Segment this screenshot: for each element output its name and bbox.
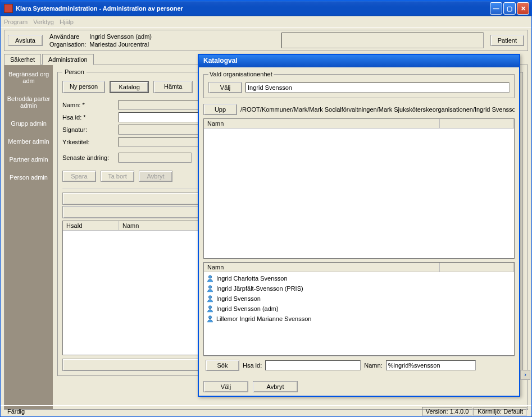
hsaid-label: Hsa id: * — [62, 114, 119, 121]
result-name: Lillemor Ingrid Marianne Svensson — [216, 315, 311, 322]
senaste-input[interactable] — [119, 153, 192, 163]
result-row[interactable]: Ingrid Svensson (adm) — [206, 304, 512, 314]
katalogval-dialog: Katalogval Vald organisationenhet Välj U… — [198, 54, 520, 397]
svg-point-3 — [208, 306, 211, 309]
vald-org-input[interactable] — [245, 83, 510, 93]
result-name: Ingrid Järpfält-Svensson (PRIS) — [216, 285, 303, 292]
sidebar-item-betrodda[interactable]: Betrodda parter admin — [4, 90, 53, 114]
dialog-valj-button[interactable]: Välj — [203, 381, 248, 392]
result-list[interactable]: Namn Ingrid Charlotta SvenssonIngrid Jär… — [203, 262, 515, 356]
sidebar-item-grupp[interactable]: Grupp admin — [4, 114, 53, 132]
dialog-avbryt-button[interactable]: Avbryt — [253, 381, 298, 392]
svg-point-0 — [208, 276, 211, 278]
result-name: Ingrid Svensson (adm) — [216, 305, 279, 312]
person-icon — [206, 285, 214, 292]
signatur-label: Signatur: — [62, 126, 119, 133]
result-row[interactable]: Lillemor Ingrid Marianne Svensson — [206, 314, 512, 324]
search-hsaid-label: Hsa id: — [243, 362, 262, 369]
sidebar-item-begransad[interactable]: Begränsad org adm — [4, 65, 53, 90]
patient-button[interactable]: Patient — [490, 35, 524, 46]
svg-point-1 — [208, 286, 211, 288]
person-icon — [206, 315, 214, 323]
vald-org-legend: Vald organisationenhet — [208, 71, 274, 77]
organisation-value: Mariestad Jourcentral — [89, 41, 152, 48]
result-name: Ingrid Svensson — [216, 295, 261, 302]
dialog-title: Katalogval — [199, 55, 519, 67]
result-row[interactable]: Ingrid Järpfält-Svensson (PRIS) — [206, 283, 512, 294]
tab-sakerhet[interactable]: Säkerhet — [4, 54, 41, 65]
sidebar-item-partner[interactable]: Partner admin — [4, 150, 53, 168]
app-icon — [4, 4, 13, 13]
titlebar: Klara Systemadministration - Administrat… — [1, 1, 531, 16]
result-col-namn[interactable]: Namn — [204, 263, 440, 272]
anvandare-label: Användare — [49, 33, 86, 40]
spara-button[interactable]: Spara — [62, 171, 96, 182]
yrkestitel-input[interactable] — [119, 137, 208, 147]
svg-point-2 — [208, 296, 211, 299]
hamta-button[interactable]: Hämta — [153, 81, 193, 93]
statusbar: Färdig Version: 1.4.0.0 Körmiljö: Defaul… — [1, 405, 531, 416]
result-row[interactable]: Ingrid Svensson — [206, 294, 512, 304]
upp-button[interactable]: Upp — [203, 104, 237, 115]
col-hsaid[interactable]: HsaId — [63, 221, 119, 230]
ny-person-button[interactable]: Ny person — [62, 81, 105, 93]
orglist-col-empty — [440, 119, 514, 128]
anvandare-value: Ingrid Svensson (adm) — [89, 33, 152, 40]
menu-hjalp[interactable]: Hjälp — [60, 19, 74, 25]
person-icon — [206, 305, 214, 313]
valj-org-button[interactable]: Välj — [208, 82, 242, 93]
katalog-button[interactable]: Katalog — [110, 81, 149, 93]
organisation-label: Organisation: — [49, 41, 86, 48]
person-icon — [206, 295, 214, 303]
signatur-input[interactable] — [119, 125, 208, 135]
menu-verktyg[interactable]: Verktyg — [33, 19, 54, 25]
tabort-button[interactable]: Ta bort — [101, 171, 134, 182]
window-title: Klara Systemadministration - Administrat… — [16, 5, 183, 12]
search-row: Sök Hsa id: Namn: — [203, 356, 515, 374]
result-col-empty — [440, 263, 514, 272]
patient-display — [281, 33, 484, 48]
search-namn-input[interactable] — [386, 360, 476, 370]
sok-button[interactable]: Sök — [206, 360, 239, 371]
result-name: Ingrid Charlotta Svensson — [216, 275, 288, 282]
menu-program[interactable]: Program — [4, 19, 28, 25]
minimize-button[interactable]: — — [490, 2, 502, 15]
orglist-col-namn[interactable]: Namn — [204, 119, 440, 128]
menubar: Program Verktyg Hjälp — [1, 16, 531, 28]
tab-administration[interactable]: Administration — [42, 54, 94, 65]
close-button[interactable]: ✕ — [517, 2, 529, 15]
sidebar: Begränsad org adm Betrodda parter admin … — [4, 65, 53, 409]
sidebar-item-member[interactable]: Member admin — [4, 132, 53, 150]
svg-point-4 — [208, 316, 211, 319]
maximize-button[interactable]: ▢ — [503, 2, 516, 15]
hsaid-input[interactable] — [119, 112, 208, 122]
org-tree-list[interactable]: Namn — [203, 118, 515, 259]
namn-label: Namn: * — [62, 102, 119, 108]
top-toolbar: Avsluta Användare Organisation: Ingrid S… — [4, 30, 528, 51]
search-namn-label: Namn: — [364, 362, 382, 369]
org-path: /ROOT/Kommuner/Mark/Mark Socialförvaltni… — [240, 106, 515, 113]
avbryt-button[interactable]: Avbryt — [139, 171, 172, 182]
search-hsaid-input[interactable] — [265, 360, 361, 370]
person-icon — [206, 274, 214, 282]
status-kormiljo: Körmiljö: Default — [474, 407, 527, 416]
result-row[interactable]: Ingrid Charlotta Svensson — [206, 273, 512, 283]
senaste-label: Senaste ändring: — [62, 154, 119, 161]
avsluta-button[interactable]: Avsluta — [8, 35, 43, 46]
status-fardig: Färdig — [4, 407, 28, 415]
namn-input[interactable] — [119, 100, 208, 110]
vald-org-fieldset: Vald organisationenhet Välj — [203, 71, 515, 98]
dialog-footer: Välj Avbryt — [199, 378, 519, 396]
sidebar-item-person[interactable]: Person admin — [4, 168, 53, 186]
status-version: Version: 1.4.0.0 — [422, 407, 472, 416]
scroll-right-icon[interactable]: › — [520, 370, 530, 380]
yrkestitel-label: Yrkestitel: — [62, 139, 119, 145]
person-legend: Person — [62, 68, 87, 75]
